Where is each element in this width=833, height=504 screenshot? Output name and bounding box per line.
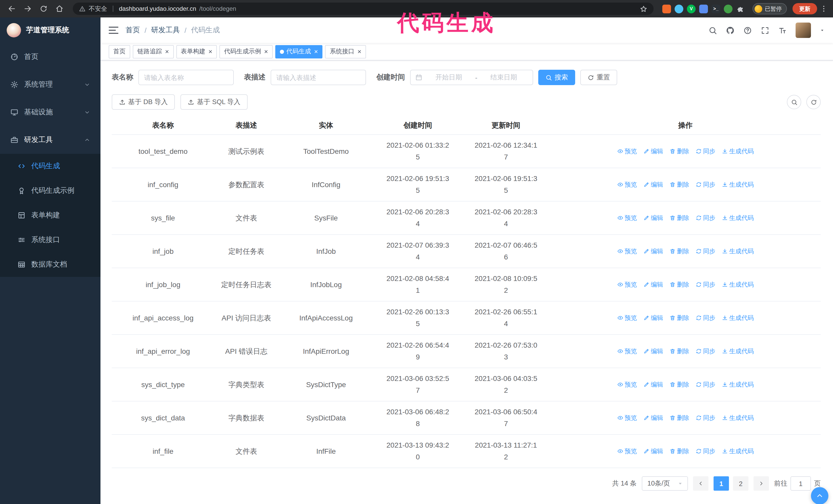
delete-link[interactable]: 删除 xyxy=(669,379,689,390)
sidebar-item-database-doc[interactable]: 数据库文档 xyxy=(0,252,100,277)
font-size-icon[interactable] xyxy=(778,26,787,34)
preview-link[interactable]: 预览 xyxy=(617,445,637,457)
delete-link[interactable]: 删除 xyxy=(669,179,689,190)
delete-link[interactable]: 删除 xyxy=(669,345,689,357)
close-icon[interactable]: × xyxy=(314,48,318,55)
tab-home[interactable]: 首页 xyxy=(109,45,130,58)
sidebar-item-system-api[interactable]: 系统接口 xyxy=(0,227,100,252)
app-logo[interactable]: 芋道管理系统 xyxy=(0,18,100,43)
next-page-button[interactable] xyxy=(754,476,769,491)
sync-link[interactable]: 同步 xyxy=(695,379,715,390)
preview-link[interactable]: 预览 xyxy=(617,379,637,390)
fullscreen-icon[interactable] xyxy=(761,26,769,34)
sync-link[interactable]: 同步 xyxy=(695,345,715,357)
preview-link[interactable]: 预览 xyxy=(617,245,637,257)
delete-link[interactable]: 删除 xyxy=(669,312,689,324)
delete-link[interactable]: 删除 xyxy=(669,445,689,457)
sidebar-item-dev-tools[interactable]: 研发工具 xyxy=(0,126,100,154)
goto-page-input[interactable] xyxy=(790,476,811,491)
profile-paused-badge[interactable]: 已暂停 xyxy=(753,3,787,14)
extension-blue-drop-icon[interactable] xyxy=(674,4,683,13)
preview-link[interactable]: 预览 xyxy=(617,145,637,157)
generate-code-link[interactable]: 生成代码 xyxy=(721,445,754,457)
search-button[interactable]: 搜索 xyxy=(538,70,575,85)
page-size-select[interactable]: 10条/页 xyxy=(642,476,688,491)
extension-green-v-icon[interactable]: V xyxy=(687,4,696,13)
sync-link[interactable]: 同步 xyxy=(695,312,715,324)
tab-trace[interactable]: 链路追踪× xyxy=(133,45,173,58)
edit-link[interactable]: 编辑 xyxy=(643,145,663,157)
generate-code-link[interactable]: 生成代码 xyxy=(721,245,754,257)
toggle-search-button[interactable] xyxy=(787,95,801,109)
generate-code-link[interactable]: 生成代码 xyxy=(721,379,754,390)
sync-link[interactable]: 同步 xyxy=(695,145,715,157)
edit-link[interactable]: 编辑 xyxy=(643,212,663,224)
tab-codegen-example[interactable]: 代码生成示例× xyxy=(219,45,272,58)
close-icon[interactable]: × xyxy=(208,48,212,55)
preview-link[interactable]: 预览 xyxy=(617,312,637,324)
edit-link[interactable]: 编辑 xyxy=(643,245,663,257)
breadcrumb-devtools[interactable]: 研发工具 xyxy=(151,26,180,35)
preview-link[interactable]: 预览 xyxy=(617,279,637,290)
close-icon[interactable]: × xyxy=(165,48,169,55)
sidebar-item-form-builder[interactable]: 表单构建 xyxy=(0,203,100,227)
sync-link[interactable]: 同步 xyxy=(695,412,715,424)
preview-link[interactable]: 预览 xyxy=(617,212,637,224)
floating-action-button[interactable] xyxy=(811,487,828,504)
breadcrumb-home[interactable]: 首页 xyxy=(125,26,140,35)
user-avatar[interactable] xyxy=(795,23,811,38)
sidebar-item-code-generation-example[interactable]: 代码生成示例 xyxy=(0,178,100,203)
bookmark-star-icon[interactable] xyxy=(640,5,647,13)
delete-link[interactable]: 删除 xyxy=(669,212,689,224)
browser-forward-button[interactable] xyxy=(21,2,34,16)
edit-link[interactable]: 编辑 xyxy=(643,345,663,357)
prev-page-button[interactable] xyxy=(693,476,709,491)
generate-code-link[interactable]: 生成代码 xyxy=(721,279,754,290)
browser-reload-button[interactable] xyxy=(37,2,50,16)
extensions-puzzle-icon[interactable] xyxy=(736,4,745,13)
browser-update-button[interactable]: 更新 xyxy=(792,3,817,14)
tab-codegen[interactable]: 代码生成× xyxy=(275,45,323,58)
edit-link[interactable]: 编辑 xyxy=(643,412,663,424)
browser-address-bar[interactable]: 不安全 dashboard.yudao.iocoder.cn/tool/code… xyxy=(73,3,653,15)
delete-link[interactable]: 删除 xyxy=(669,145,689,157)
reset-button[interactable]: 重置 xyxy=(580,70,617,85)
delete-link[interactable]: 删除 xyxy=(669,245,689,257)
help-icon[interactable] xyxy=(743,26,752,34)
avatar-caret-down-icon[interactable] xyxy=(820,28,825,33)
page-button-1[interactable]: 1 xyxy=(714,476,729,491)
close-icon[interactable]: × xyxy=(358,48,361,55)
header-search-icon[interactable] xyxy=(709,26,717,34)
sync-link[interactable]: 同步 xyxy=(695,179,715,190)
edit-link[interactable]: 编辑 xyxy=(643,179,663,190)
tab-form-builder[interactable]: 表单构建× xyxy=(176,45,217,58)
sync-link[interactable]: 同步 xyxy=(695,279,715,290)
edit-link[interactable]: 编辑 xyxy=(643,312,663,324)
edit-link[interactable]: 编辑 xyxy=(643,445,663,457)
import-sql-button[interactable]: 基于 SQL 导入 xyxy=(181,94,248,110)
edit-link[interactable]: 编辑 xyxy=(643,379,663,390)
import-db-button[interactable]: 基于 DB 导入 xyxy=(112,94,175,110)
table-name-input[interactable] xyxy=(138,70,234,85)
preview-link[interactable]: 预览 xyxy=(617,179,637,190)
create-time-range-picker[interactable]: 开始日期 - 结束日期 xyxy=(410,70,533,85)
extension-terminal-icon[interactable]: >_ xyxy=(712,4,720,13)
sidebar-item-code-generation[interactable]: 代码生成 xyxy=(0,154,100,178)
generate-code-link[interactable]: 生成代码 xyxy=(721,412,754,424)
refresh-table-button[interactable] xyxy=(806,95,821,109)
sidebar-toggle-icon[interactable] xyxy=(109,27,118,34)
sync-link[interactable]: 同步 xyxy=(695,445,715,457)
generate-code-link[interactable]: 生成代码 xyxy=(721,179,754,190)
generate-code-link[interactable]: 生成代码 xyxy=(721,145,754,157)
extension-leaf-icon[interactable] xyxy=(724,4,733,13)
browser-home-button[interactable] xyxy=(53,2,66,16)
page-button-2[interactable]: 2 xyxy=(733,476,748,491)
generate-code-link[interactable]: 生成代码 xyxy=(721,212,754,224)
sync-link[interactable]: 同步 xyxy=(695,212,715,224)
generate-code-link[interactable]: 生成代码 xyxy=(721,312,754,324)
generate-code-link[interactable]: 生成代码 xyxy=(721,345,754,357)
browser-back-button[interactable] xyxy=(5,2,19,16)
delete-link[interactable]: 删除 xyxy=(669,412,689,424)
extension-orange-icon[interactable] xyxy=(662,4,671,13)
github-icon[interactable] xyxy=(726,26,735,34)
